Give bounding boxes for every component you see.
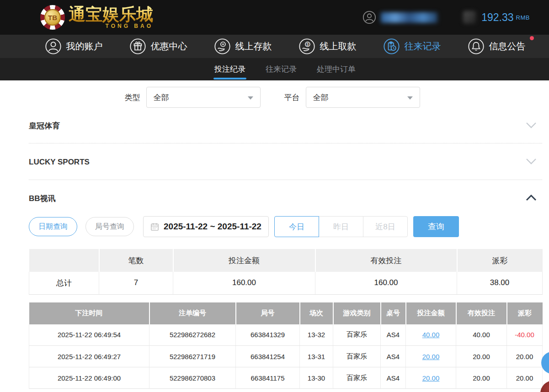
nav-item-my-account[interactable]: 我的账户: [45, 38, 103, 55]
filter-row: 类型 全部 平台 全部: [0, 87, 549, 108]
col-order-number: 注单编号: [149, 302, 236, 324]
wallet-icon[interactable]: [463, 11, 476, 24]
cell-bet-time: 2025-11-22 06:49:00: [29, 367, 149, 389]
yesterday-button[interactable]: 昨日: [319, 216, 363, 237]
nav-label: 我的账户: [66, 40, 103, 53]
nav-label: 线上存款: [235, 40, 272, 53]
cell-bet-time: 2025-11-22 06:49:27: [29, 346, 149, 367]
section-title: LUCKY SPORTS: [29, 158, 90, 167]
cell-table-number: AS4: [381, 346, 406, 367]
platform-select[interactable]: 全部: [306, 87, 420, 108]
table-row: 2025-11-22 06:49:54 522986272682 6638413…: [29, 324, 543, 346]
chip-logo-icon: TB: [40, 5, 65, 30]
cell-payout: 20.00: [507, 346, 543, 367]
type-select[interactable]: 全部: [146, 87, 261, 108]
platform-label: 平台: [284, 92, 300, 103]
nav-label: 信息公告: [489, 40, 526, 53]
search-button[interactable]: 查询: [413, 216, 459, 237]
bet-amount-link[interactable]: 20.00: [422, 353, 440, 360]
col-session: 场次: [300, 302, 333, 324]
quick-date-group: 今日 昨日 近8日: [274, 216, 408, 237]
col-payout: 派彩: [507, 302, 543, 324]
cell-order-number: 522986272682: [149, 324, 236, 346]
cell-game-type: 百家乐: [333, 324, 381, 346]
sub-nav: 投注纪录 往来记录 处理中订单: [0, 58, 549, 80]
summary-valid-bet: 160.00: [315, 272, 457, 294]
summary-total-label: 总计: [29, 272, 99, 294]
deposit-icon: [214, 38, 231, 55]
main-nav: 我的账户 优惠中心 线上存款 $ 线上取款 往来记录 信息公告: [0, 35, 549, 58]
bet-amount-link[interactable]: 20.00: [422, 374, 440, 382]
top-header: TB 通宝娱乐城 TONG BAO 192.33 RMB: [0, 0, 549, 35]
type-select-value: 全部: [154, 92, 169, 103]
calendar-icon: [150, 222, 159, 231]
nav-item-promotions[interactable]: 优惠中心: [129, 38, 187, 55]
date-range-picker[interactable]: 2025-11-22 ~ 2025-11-22: [143, 216, 269, 237]
brand-title: 通宝娱乐城: [69, 5, 153, 24]
chevron-down-icon: [248, 96, 253, 100]
bet-amount-link[interactable]: 40.00: [422, 331, 440, 339]
cell-table-number: AS4: [381, 324, 406, 346]
table-header-row: 下注时间 注单编号 局号 场次 游戏类别 桌号 投注金额 有效投注 派彩: [29, 302, 543, 324]
nav-item-announcements[interactable]: 信息公告: [468, 38, 526, 55]
col-bet-time: 下注时间: [29, 302, 149, 324]
brand-logo[interactable]: TB 通宝娱乐城 TONG BAO: [40, 5, 153, 30]
brand-subtitle: TONG BAO: [106, 23, 153, 29]
date-range-value: 2025-11-22 ~ 2025-11-22: [164, 222, 261, 232]
cell-payout: 20.00: [507, 367, 543, 389]
section-lucky-sports[interactable]: LUCKY SPORTS: [29, 143, 542, 180]
col-valid-bet: 有效投注: [456, 302, 507, 324]
bell-icon: [468, 38, 485, 55]
col-table-number: 桌号: [381, 302, 406, 324]
svg-text:$: $: [306, 42, 309, 47]
chevron-down-icon[interactable]: [526, 122, 537, 130]
col-game-type: 游戏类别: [333, 302, 381, 324]
summary-count: 7: [99, 272, 173, 294]
tab-bet-records[interactable]: 投注纪录: [214, 58, 245, 80]
chip-logo-text: TB: [44, 9, 61, 26]
cell-bet-amount: 20.00: [406, 367, 456, 389]
summary-header-count: 笔数: [99, 249, 173, 272]
last-8-days-button[interactable]: 近8日: [363, 216, 408, 237]
cell-table-number: AS4: [381, 367, 406, 389]
chevron-up-icon[interactable]: [526, 195, 537, 203]
nav-item-withdraw[interactable]: $ 线上取款: [298, 38, 357, 55]
summary-table: 笔数 投注金额 有效投注 派彩 总计 7 160.00 160.00 38.00: [29, 249, 543, 295]
summary-header-bet-amount: 投注金额: [173, 249, 315, 272]
cell-order-number: 522986271719: [149, 346, 236, 367]
cell-valid-bet: 20.00: [456, 367, 507, 389]
chevron-down-icon: [407, 96, 413, 100]
nav-item-records[interactable]: 往来记录: [383, 38, 441, 55]
nav-label: 往来记录: [405, 40, 441, 53]
summary-header-row: 笔数 投注金额 有效投注 派彩: [29, 249, 543, 272]
tab-transaction-records[interactable]: 往来记录: [266, 58, 297, 80]
cell-order-number: 522986270803: [149, 367, 236, 389]
cell-valid-bet: 20.00: [456, 346, 507, 367]
col-round-number: 局号: [236, 302, 300, 324]
cell-session: 13-30: [300, 367, 333, 389]
bet-records-table: 下注时间 注单编号 局号 场次 游戏类别 桌号 投注金额 有效投注 派彩 202…: [29, 302, 543, 389]
section-title: 皇冠体育: [29, 122, 60, 131]
summary-header-payout: 派彩: [457, 249, 543, 272]
cell-game-type: 百家乐: [333, 346, 381, 367]
cell-payout: -40.00: [507, 324, 543, 346]
section-bb-video[interactable]: BB视讯: [29, 180, 542, 203]
username-blurred[interactable]: [381, 12, 437, 23]
type-label: 类型: [125, 92, 140, 103]
query-controls: 日期查询 局号查询 2025-11-22 ~ 2025-11-22 今日 昨日 …: [29, 216, 542, 237]
nav-item-deposit[interactable]: 线上存款: [214, 38, 272, 55]
user-avatar-icon: [362, 11, 376, 24]
today-button[interactable]: 今日: [274, 216, 319, 237]
cell-bet-amount: 40.00: [406, 324, 456, 346]
date-query-button[interactable]: 日期查询: [29, 217, 77, 236]
section-crown-sports[interactable]: 皇冠体育: [29, 108, 542, 143]
chevron-down-icon[interactable]: [526, 158, 537, 166]
main-content: 皇冠体育 LUCKY SPORTS BB视讯 日期查询 局号查询 2025-11…: [0, 108, 549, 389]
user-cluster: 192.33 RMB: [362, 11, 530, 24]
summary-payout: 38.00: [457, 272, 543, 294]
brand-text: 通宝娱乐城 TONG BAO: [69, 5, 153, 29]
platform-select-value: 全部: [313, 92, 329, 103]
tab-processing-orders[interactable]: 处理中订单: [317, 58, 356, 80]
round-query-button[interactable]: 局号查询: [85, 217, 134, 236]
summary-bet-amount: 160.00: [173, 272, 315, 294]
